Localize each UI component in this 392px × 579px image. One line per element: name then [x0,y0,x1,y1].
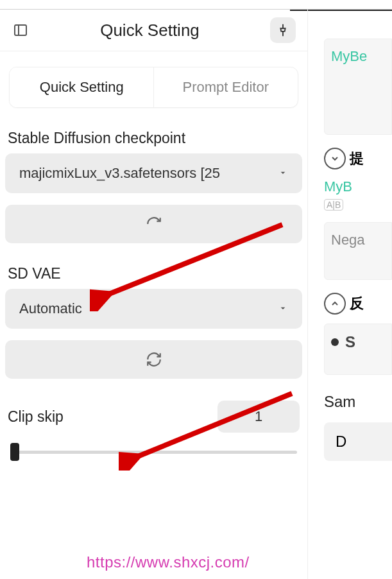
checkpoint-label: Stable Diffusion checkpoint [8,130,300,147]
pin-button[interactable] [270,17,296,43]
ab-translate-icon[interactable]: A|B [324,199,343,211]
panel-toggle-icon[interactable] [12,21,30,39]
vae-dropdown[interactable]: Automatic [5,289,302,329]
tab-quick-setting[interactable]: Quick Setting [10,67,154,107]
vae-label: SD VAE [8,265,300,282]
checkpoint-dropdown[interactable]: majicmixLux_v3.safetensors [25 [5,153,302,193]
prompt-header-text: 提 [350,149,364,168]
clip-skip-slider[interactable] [10,443,297,461]
slider-thumb[interactable] [10,443,19,461]
chevron-down-icon [278,165,288,182]
right-myb-text: MyB [324,178,392,195]
clip-skip-label: Clip skip [8,408,64,426]
sam-label: Sam [324,393,392,411]
panel-title: Quick Setting [30,21,270,40]
neg-section-toggle[interactable]: 反 [324,293,392,315]
checkpoint-value: majicmixLux_v3.safetensors [25 [19,165,220,182]
vae-value: Automatic [19,300,82,317]
bullet-icon [331,338,339,346]
svg-rect-0 [15,25,26,35]
s-row: S [331,333,385,351]
clip-skip-value-input[interactable]: 1 [217,401,300,433]
negative-label: Nega [331,232,385,248]
vae-refresh-button[interactable] [5,340,302,379]
checkpoint-refresh-button[interactable] [5,205,302,243]
neg-header-text: 反 [350,294,364,313]
d-box[interactable]: D [324,422,392,461]
chevron-down-circle-icon [324,148,346,169]
tab-prompt-editor[interactable]: Prompt Editor [154,67,298,107]
chevron-down-icon [278,300,288,317]
watermark-url: https://www.shxcj.com/ [87,553,250,571]
right-mybe-text: MyBe [331,48,385,65]
settings-tabs: Quick Setting Prompt Editor [9,67,298,108]
chevron-up-circle-icon [324,293,346,315]
prompt-section-toggle[interactable]: 提 [324,148,392,169]
